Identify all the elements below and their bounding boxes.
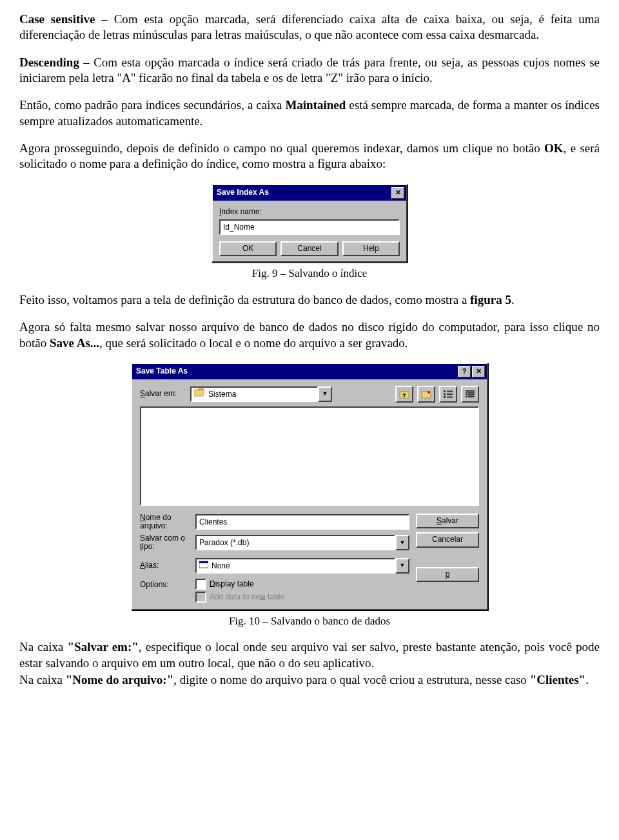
save-table-dialog: Save Table As ? ✕ Salvar em: Sistema ▼	[131, 363, 488, 610]
nome-arquivo-input[interactable]: Clientes	[195, 514, 409, 530]
close-icon[interactable]: ✕	[472, 366, 485, 377]
paragraph-nome-arquivo: Na caixa "Nome do arquivo:", digite o no…	[19, 672, 600, 688]
ok-button[interactable]: OK	[219, 241, 277, 256]
index-name-input[interactable]: Id_Nome	[219, 219, 400, 235]
term-save-as: Save As...	[50, 336, 99, 350]
svg-rect-19	[466, 394, 467, 395]
figure-9-container: Save Index As ✕ Index name: Id_Nome OK C…	[19, 184, 600, 263]
checkbox-disabled-icon	[195, 592, 206, 603]
paragraph-maintained: Então, como padrão para índices secundár…	[19, 97, 600, 129]
dialog2-title: Save Table As	[136, 366, 457, 376]
list-view-icon[interactable]	[439, 386, 457, 403]
checkbox-icon[interactable]	[195, 579, 206, 590]
dialog1-titlebar: Save Index As ✕	[213, 185, 406, 201]
alias-select[interactable]: None	[195, 558, 395, 574]
svg-rect-17	[466, 392, 467, 394]
svg-rect-15	[447, 396, 453, 397]
svg-rect-18	[467, 392, 475, 394]
salvar-em-value: Sistema	[208, 389, 236, 399]
option-display-table[interactable]: Display table	[195, 579, 409, 590]
option-add-data: Add data to new table	[195, 592, 409, 603]
term-case-sensitive: Case sensitive	[19, 12, 95, 26]
svg-rect-21	[466, 396, 467, 397]
term-descending: Descending	[19, 55, 79, 69]
term-maintained: Maintained	[285, 98, 346, 112]
term-nome-arquivo: "Nome do arquivo:"	[66, 673, 173, 686]
figure-9-caption: Fig. 9 – Salvando o índice	[19, 266, 600, 281]
close-icon[interactable]: ✕	[391, 187, 404, 199]
tipo-label: Salvar com otipo:	[140, 534, 195, 551]
file-list-area[interactable]	[140, 406, 479, 506]
alias-icon	[199, 561, 208, 571]
figure-10-caption: Fig. 10 – Salvando o banco de dados	[19, 614, 600, 628]
salvar-button[interactable]: Salvar	[416, 514, 479, 528]
help-button[interactable]: Help	[342, 241, 400, 256]
paragraph-back-to-fig5: Feito isso, voltamos para a tela de defi…	[19, 292, 600, 308]
p-button[interactable]: p	[416, 567, 479, 582]
svg-rect-10	[444, 390, 446, 392]
paragraph-salvar-em: Na caixa "Salvar em:", especifique o loc…	[19, 639, 600, 671]
salvar-em-label: Salvar em:	[140, 389, 185, 399]
chevron-down-icon[interactable]: ▼	[395, 535, 409, 550]
help-icon[interactable]: ?	[458, 366, 471, 377]
paragraph-save-as: Agora só falta mesmo salvar nosso arquiv…	[19, 319, 600, 351]
svg-rect-20	[467, 394, 475, 395]
alias-value: None	[211, 561, 230, 571]
salvar-em-select[interactable]: Sistema	[190, 386, 318, 402]
term-ok: OK	[544, 141, 564, 155]
paragraph-case-sensitive: Case sensitive – Com esta opção marcada,…	[19, 12, 600, 43]
paragraph-ok-click: Agora prosseguindo, depois de definido o…	[19, 141, 600, 172]
dialog2-titlebar: Save Table As ? ✕	[132, 364, 487, 379]
alias-label: Alias:	[140, 561, 195, 570]
folder-open-icon	[194, 388, 204, 399]
term-figura5: figura 5	[470, 293, 511, 306]
chevron-down-icon[interactable]: ▼	[318, 386, 332, 402]
svg-rect-13	[447, 390, 453, 392]
svg-marker-1	[194, 390, 204, 396]
term-clientes: "Clientes"	[530, 673, 586, 686]
options-label: Options:	[140, 579, 195, 590]
new-folder-icon[interactable]	[417, 386, 435, 403]
up-folder-icon[interactable]	[395, 386, 413, 403]
details-view-icon[interactable]	[461, 386, 479, 403]
svg-rect-14	[447, 394, 453, 395]
svg-rect-22	[467, 396, 475, 397]
tipo-select[interactable]: Paradox (*.db)	[195, 535, 395, 550]
term-salvar-em: "Salvar em:"	[68, 640, 139, 654]
cancelar-button[interactable]: Cancelar	[416, 532, 479, 547]
svg-rect-24	[199, 561, 208, 563]
chevron-down-icon[interactable]: ▼	[395, 558, 409, 574]
dialog1-title: Save Index As	[217, 188, 390, 197]
figure-10-container: Save Table As ? ✕ Salvar em: Sistema ▼	[19, 363, 600, 610]
svg-rect-16	[466, 390, 475, 392]
save-index-dialog: Save Index As ✕ Index name: Id_Nome OK C…	[211, 184, 408, 263]
svg-marker-0	[194, 388, 204, 390]
paragraph-descending: Descending – Com esta opção marcada o ín…	[19, 55, 600, 86]
nome-arquivo-label: Nome doarquivo:	[140, 514, 195, 530]
cancel-button[interactable]: Cancel	[280, 241, 338, 256]
svg-rect-12	[444, 396, 446, 398]
svg-rect-11	[444, 393, 446, 395]
index-name-label: Index name:	[219, 207, 400, 217]
